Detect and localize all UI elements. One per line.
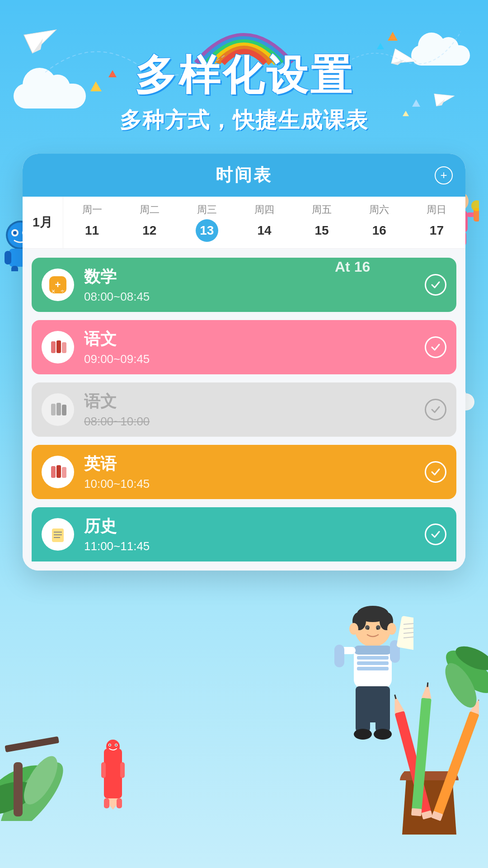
svg-point-92 [349, 623, 358, 635]
svg-rect-68 [14, 762, 23, 816]
svg-rect-41 [62, 342, 66, 353]
pencil-character [90, 740, 136, 814]
subject-time: 09:00~09:45 [84, 352, 425, 366]
svg-rect-47 [62, 467, 66, 478]
calendar-day-12[interactable]: 周二12 [121, 197, 178, 248]
subject-time: 08:00~10:00 [84, 415, 425, 429]
at16-label: At 16 [335, 259, 370, 275]
svg-rect-46 [56, 465, 61, 478]
svg-rect-23 [11, 266, 18, 271]
subject-info: 历史11:00~11:45 [84, 515, 425, 553]
svg-point-111 [354, 729, 372, 740]
subject-info: 语文08:00~10:00 [84, 391, 425, 429]
subject-name: 英语 [84, 453, 425, 475]
calendar-day-17[interactable]: 周日17 [408, 197, 465, 248]
calendar-days: 周一11周二12周三13周四14周五15周六16周日17 [63, 197, 465, 248]
svg-point-93 [387, 623, 396, 635]
svg-rect-80 [101, 762, 106, 778]
hero-title: 多样化设置 多种方式，快捷生成课表 [0, 47, 488, 135]
day-number[interactable]: 13 [196, 219, 218, 242]
schedule-item-math[interactable]: + × ÷ 数学08:00~08:45 [32, 258, 456, 312]
day-label: 周日 [427, 203, 446, 217]
svg-point-78 [109, 745, 111, 746]
day-label: 周四 [254, 203, 274, 217]
subject-time: 08:00~08:45 [84, 290, 425, 304]
card-header: 时间表 + [23, 154, 465, 197]
check-icon [425, 274, 446, 296]
subject-info: 语文09:00~09:45 [84, 328, 425, 366]
subject-icon-math: + × ÷ [42, 269, 74, 301]
svg-rect-69 [5, 736, 59, 753]
subject-icon-history [42, 518, 74, 551]
calendar-day-15[interactable]: 周五15 [293, 197, 351, 248]
calendar-month: 1月 [23, 197, 63, 248]
svg-text:×: × [52, 288, 55, 294]
day-label: 周六 [369, 203, 389, 217]
svg-rect-21 [5, 251, 11, 264]
svg-rect-45 [51, 466, 56, 478]
check-icon [425, 524, 446, 545]
add-schedule-button[interactable]: + [435, 166, 453, 184]
subject-name: 语文 [84, 328, 425, 350]
schedule-item-english[interactable]: 英语10:00~10:45 [32, 445, 456, 499]
schedule-item-history[interactable]: 历史11:00~11:45 [32, 507, 456, 561]
schedule-item-chinese1[interactable]: 语文09:00~09:45 [32, 320, 456, 374]
svg-text:+: + [55, 279, 61, 290]
subject-icon-english [42, 456, 74, 488]
calendar-day-13[interactable]: 周三13 [178, 197, 235, 248]
subject-info: 数学08:00~08:45 [84, 266, 425, 304]
svg-rect-43 [56, 403, 61, 415]
timetable-title: 时间表 [216, 164, 272, 187]
day-label: 周一 [82, 203, 102, 217]
day-label: 周二 [140, 203, 160, 217]
schedule-list: + × ÷ 数学08:00~08:45 语文09:00~09:45 语文08:0… [23, 249, 465, 571]
check-icon [425, 399, 446, 420]
day-number[interactable]: 15 [310, 219, 333, 242]
calendar-day-11[interactable]: 周一11 [63, 197, 121, 248]
calendar-day-14[interactable]: 周四14 [235, 197, 293, 248]
day-number[interactable]: 16 [368, 219, 390, 242]
svg-rect-44 [62, 405, 66, 415]
subject-icon-chinese1 [42, 331, 74, 363]
subject-time: 10:00~10:45 [84, 477, 425, 491]
check-icon [425, 461, 446, 483]
svg-rect-39 [51, 341, 56, 353]
svg-rect-60 [432, 711, 479, 821]
day-number[interactable]: 11 [81, 219, 103, 242]
calendar-day-16[interactable]: 周六16 [351, 197, 408, 248]
svg-point-18 [13, 231, 17, 235]
svg-text:÷: ÷ [61, 288, 64, 294]
svg-rect-96 [357, 656, 389, 660]
svg-point-90 [367, 628, 369, 630]
timetable-card: 时间表 + 1月 周一11周二12周三13周四14周五15周六16周日17 + … [23, 154, 465, 571]
subject-name: 历史 [84, 515, 425, 538]
subject-time: 11:00~11:45 [84, 539, 425, 553]
svg-point-75 [106, 740, 120, 753]
svg-rect-97 [357, 661, 389, 665]
day-label: 周五 [312, 203, 332, 217]
day-label: 周三 [197, 203, 217, 217]
subject-icon-chinese2 [42, 393, 74, 426]
subject-name: 数学 [84, 266, 425, 288]
leaf-decoration-right [402, 618, 488, 710]
day-number[interactable]: 12 [138, 219, 161, 242]
svg-rect-40 [56, 340, 61, 353]
title-line2: 多种方式，快捷生成课表 [0, 106, 488, 135]
svg-point-112 [374, 729, 392, 740]
day-number[interactable]: 14 [253, 219, 276, 242]
subject-info: 英语10:00~10:45 [84, 453, 425, 491]
svg-rect-81 [120, 762, 125, 778]
svg-rect-82 [104, 798, 109, 808]
title-line1: 多样化设置 [0, 47, 488, 104]
svg-point-91 [376, 628, 378, 630]
day-number[interactable]: 17 [425, 219, 448, 242]
svg-rect-83 [117, 798, 122, 808]
svg-rect-98 [357, 667, 389, 670]
calendar-row: 1月 周一11周二12周三13周四14周五15周六16周日17 [23, 197, 465, 249]
subject-name: 语文 [84, 391, 425, 413]
svg-rect-59 [411, 808, 422, 816]
schedule-item-chinese2[interactable]: 语文08:00~10:00 [32, 382, 456, 437]
check-icon [425, 336, 446, 358]
svg-point-32 [471, 200, 479, 211]
svg-point-79 [116, 745, 117, 746]
